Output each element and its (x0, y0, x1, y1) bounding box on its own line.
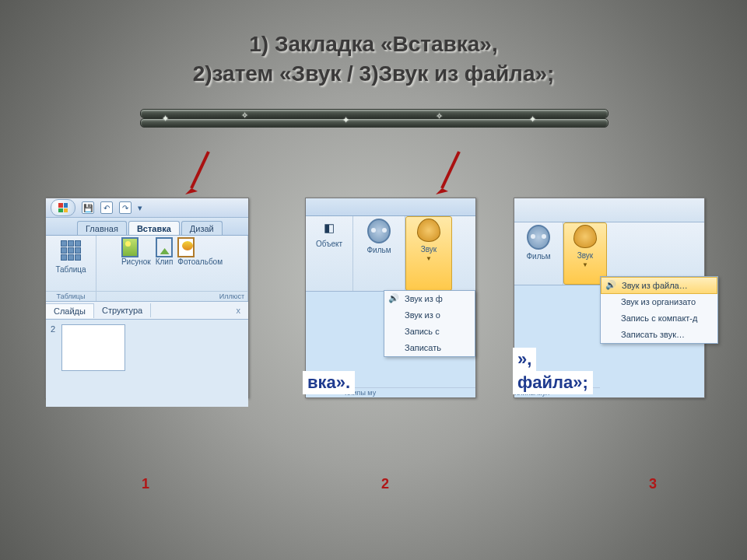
sound-dropdown-2: 🔊Звук из ф Звук из о Запись с Записать (384, 290, 475, 357)
table-label: Таблица (55, 265, 86, 274)
svg-marker-3 (436, 188, 448, 194)
btn-object[interactable]: ◧ Объект (306, 216, 353, 291)
dd-item-sound-file-2[interactable]: 🔊Звук из ф (384, 291, 475, 307)
pane-slides[interactable]: Слайды (46, 303, 94, 318)
tab-home[interactable]: Главная (77, 221, 127, 235)
step-number-2: 2 (381, 476, 389, 492)
clip-icon (156, 239, 173, 256)
pane-tabs: Слайды Структура x (46, 302, 248, 320)
title-line-1: 1) Закладка «Вставка», (0, 30, 747, 59)
dd-item-record-cd-2[interactable]: Запись с (384, 324, 475, 340)
btn-movie[interactable]: Фильм (353, 216, 405, 291)
group-tables-footer: Таблицы (46, 291, 96, 300)
screenshot-2: ◧ Объект Фильм Звук ▼ Клипы му 🔊Звук из … (305, 198, 476, 398)
office-logo-icon (58, 203, 68, 212)
fragment-text-3b: файла»; (513, 371, 593, 394)
sound-icon-3 (573, 225, 597, 248)
slide-title: 1) Закладка «Вставка», 2)затем «Звук / 3… (0, 30, 747, 89)
speaker-icon: 🔊 (388, 293, 399, 304)
dd-item-record-sound-2[interactable]: Записать (384, 340, 475, 356)
tab-insert[interactable]: Вставка (128, 221, 180, 235)
slide-panel: 2 (46, 320, 248, 407)
screenshot-3: Фильм Звук ▼ Клипы мул 🔊Звук из файла… З… (514, 198, 705, 398)
slide-thumb-number: 2 (51, 324, 55, 402)
qat-more-icon[interactable]: ▾ (138, 203, 142, 213)
group-tables: Таблица Таблицы (46, 236, 96, 301)
dd-item-record-cd-3[interactable]: Запись с компакт-д (601, 310, 717, 327)
fragment-text-2: вка». (303, 371, 355, 394)
btn-sound[interactable]: Звук ▼ (405, 216, 452, 291)
sound-icon (417, 219, 440, 242)
group-media-footer-2: Клипы му (345, 387, 475, 397)
movie-icon (367, 219, 391, 243)
office-button[interactable] (51, 199, 75, 216)
svg-line-2 (442, 152, 459, 188)
pane-outline[interactable]: Структура (94, 303, 151, 317)
arrow-2 (426, 148, 465, 202)
redo-icon[interactable]: ↷ (119, 201, 132, 214)
table-icon[interactable] (59, 239, 82, 262)
object-icon: ◧ (321, 219, 338, 236)
title-line-2: 2)затем «Звук / 3)Звук из файла»; (0, 59, 747, 89)
step-number-1: 1 (142, 476, 149, 492)
tab-design[interactable]: Дизай (181, 221, 223, 235)
dd-item-sound-file-3[interactable]: 🔊Звук из файла… (601, 277, 717, 294)
step-number-3: 3 (649, 476, 657, 492)
photoalbum-icon (177, 239, 195, 256)
speaker-icon-3: 🔊 (605, 280, 616, 291)
arrow-1 (177, 148, 216, 202)
quick-access-toolbar: 💾 ↶ ↷ ▾ (46, 198, 248, 218)
pane-close-icon[interactable]: x (229, 303, 249, 317)
ribbon-media-2: ◧ Объект Фильм Звук ▼ Клипы му (306, 216, 475, 292)
decorative-divider: ✦ ✧ ✦ ✧ ✦ (140, 109, 607, 129)
btn-movie-3[interactable]: Фильм (514, 222, 563, 285)
save-icon[interactable]: 💾 (82, 201, 94, 214)
sound-dropdown-3: 🔊Звук из файла… Звук из организато Запис… (600, 276, 718, 344)
dd-item-sound-org-2[interactable]: Звук из о (384, 307, 475, 324)
undo-icon[interactable]: ↶ (100, 201, 113, 214)
ribbon-insert: Таблица Таблицы Рисунок Клип Фотоальбом (46, 236, 248, 302)
ribbon-tabs: Главная Вставка Дизай (46, 218, 248, 236)
btn-sound-3[interactable]: Звук ▼ (563, 222, 607, 285)
btn-picture[interactable]: Рисунок (121, 239, 151, 266)
group-illust-footer: Иллюст (96, 291, 247, 300)
screenshot-1: 💾 ↶ ↷ ▾ Главная Вставка Дизай Таблица Та… (45, 198, 249, 398)
btn-photoalbum[interactable]: Фотоальбом (177, 239, 223, 266)
group-illustrations: Рисунок Клип Фотоальбом Иллюст (96, 236, 248, 301)
svg-line-0 (191, 152, 209, 188)
btn-clip[interactable]: Клип (156, 239, 174, 266)
fragment-text-3a: », (513, 348, 536, 371)
dd-item-record-sound-3[interactable]: Записать звук… (601, 327, 717, 343)
movie-icon-3 (527, 226, 550, 249)
picture-icon (121, 239, 139, 256)
dd-item-sound-org-3[interactable]: Звук из организато (601, 294, 717, 310)
slide-thumbnail[interactable] (61, 324, 125, 371)
svg-marker-1 (185, 188, 198, 194)
